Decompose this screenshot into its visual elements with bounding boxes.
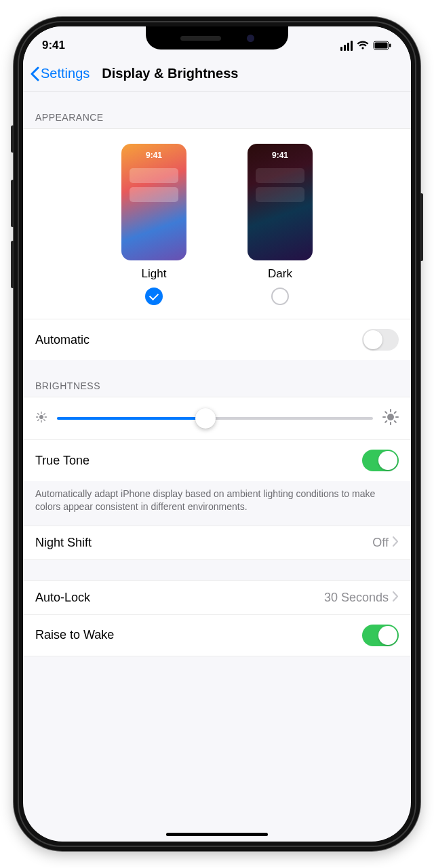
svg-line-9 [44, 420, 45, 421]
svg-line-10 [38, 420, 39, 421]
sun-large-icon [382, 409, 399, 428]
svg-rect-1 [375, 43, 388, 49]
raise-to-wake-row[interactable]: Raise to Wake [23, 614, 411, 656]
wifi-icon [357, 41, 369, 50]
svg-point-12 [387, 414, 394, 420]
svg-line-18 [395, 421, 396, 422]
true-tone-toggle[interactable] [362, 450, 399, 471]
raise-to-wake-label: Raise to Wake [35, 628, 114, 642]
sun-small-icon [35, 411, 47, 426]
appearance-header: APPEARANCE [23, 92, 411, 128]
automatic-toggle[interactable] [362, 329, 399, 351]
dark-label: Dark [268, 267, 292, 281]
automatic-label: Automatic [35, 333, 90, 347]
brightness-slider-row [23, 397, 411, 439]
svg-line-11 [44, 414, 45, 415]
auto-lock-row[interactable]: Auto-Lock 30 Seconds [23, 580, 411, 614]
svg-line-20 [395, 412, 396, 413]
back-button[interactable]: Settings [30, 66, 90, 81]
chevron-right-icon [393, 536, 399, 550]
dark-radio[interactable] [271, 288, 289, 305]
svg-line-17 [385, 412, 387, 413]
theme-option-dark[interactable]: 9:41 Dark [248, 144, 313, 305]
true-tone-row[interactable]: True Tone [23, 439, 411, 481]
night-shift-value: Off [372, 536, 389, 550]
brightness-slider[interactable] [57, 408, 373, 429]
theme-option-light[interactable]: 9:41 Light [121, 144, 186, 305]
appearance-selector: 9:41 Light 9:41 Dark [23, 128, 411, 319]
night-shift-row[interactable]: Night Shift Off [23, 526, 411, 560]
svg-line-19 [385, 421, 387, 422]
back-label: Settings [41, 66, 90, 81]
cellular-icon [340, 41, 353, 51]
true-tone-note: Automatically adapt iPhone display based… [23, 481, 411, 526]
status-time: 9:41 [42, 39, 65, 52]
light-label: Light [142, 267, 167, 281]
chevron-right-icon [393, 591, 399, 605]
dark-preview: 9:41 [248, 144, 313, 260]
auto-lock-label: Auto-Lock [35, 591, 90, 605]
light-preview: 9:41 [121, 144, 186, 260]
chevron-left-icon [30, 66, 39, 81]
nav-bar: Settings Display & Brightness [23, 60, 411, 92]
svg-line-8 [38, 414, 39, 415]
page-title: Display & Brightness [102, 66, 238, 81]
svg-point-3 [39, 415, 43, 419]
light-radio[interactable] [145, 288, 163, 305]
auto-lock-value: 30 Seconds [324, 591, 389, 605]
home-indicator[interactable] [166, 833, 268, 836]
night-shift-label: Night Shift [35, 536, 92, 550]
raise-to-wake-toggle[interactable] [362, 625, 399, 646]
automatic-row[interactable]: Automatic [23, 319, 411, 360]
svg-rect-2 [389, 44, 391, 47]
brightness-header: BRIGHTNESS [23, 360, 411, 397]
true-tone-label: True Tone [35, 454, 90, 468]
battery-icon [373, 41, 392, 50]
